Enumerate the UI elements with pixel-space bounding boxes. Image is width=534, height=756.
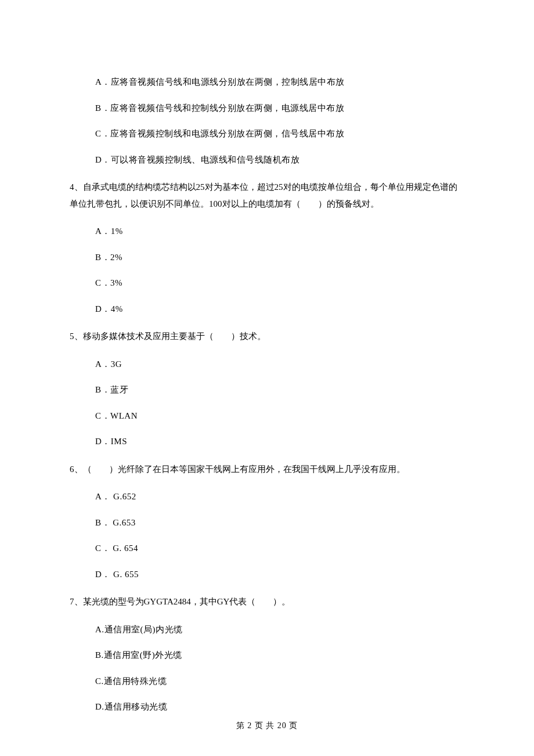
q7-option-b: B.通信用室(野)外光缆 bbox=[95, 649, 464, 662]
page-footer: 第 2 页 共 20 页 bbox=[0, 719, 534, 732]
q6-option-b: B． G.653 bbox=[95, 516, 464, 530]
q7-option-c: C.通信用特殊光缆 bbox=[95, 675, 464, 688]
question-4: 4、自承式电缆的结构缆芯结构以25对为基本位，超过25对的电缆按单位组合，每个单… bbox=[70, 179, 464, 212]
q5-option-a: A．3G bbox=[95, 358, 464, 371]
q5-option-d: D．IMS bbox=[95, 435, 464, 448]
q6-option-a: A． G.652 bbox=[95, 490, 464, 503]
q7-option-a: A.通信用室(局)内光缆 bbox=[95, 623, 464, 636]
document-page: A．应将音视频信号线和电源线分别放在两侧，控制线居中布放 B．应将音视频信号线和… bbox=[0, 0, 534, 756]
q6-option-d: D． G. 655 bbox=[95, 568, 464, 581]
q5-option-b: B．蓝牙 bbox=[95, 383, 464, 397]
q6-option-c: C． G. 654 bbox=[95, 542, 464, 555]
question-6: 6、（ ）光纤除了在日本等国家干线网上有应用外，在我国干线网上几乎没有应用。 bbox=[70, 461, 464, 478]
question-5: 5、移动多媒体技术及应用主要基于（ ）技术。 bbox=[70, 328, 464, 345]
q4-option-b: B．2% bbox=[95, 251, 464, 264]
q7-option-d: D.通信用移动光缆 bbox=[95, 700, 464, 714]
question-7: 7、某光缆的型号为GYGTA2484，其中GY代表（ ）。 bbox=[70, 593, 464, 610]
q5-option-c: C．WLAN bbox=[95, 409, 464, 423]
option-a-prev: A．应将音视频信号线和电源线分别放在两侧，控制线居中布放 bbox=[95, 75, 464, 89]
option-b-prev: B．应将音视频信号线和控制线分别放在两侧，电源线居中布放 bbox=[95, 102, 464, 115]
option-d-prev: D．可以将音视频控制线、电源线和信号线随机布放 bbox=[95, 153, 464, 167]
option-c-prev: C．应将音视频控制线和电源线分别放在两侧，信号线居中布放 bbox=[95, 127, 464, 141]
q4-option-c: C．3% bbox=[95, 276, 464, 290]
q4-option-d: D．4% bbox=[95, 303, 464, 316]
q4-option-a: A．1% bbox=[95, 225, 464, 238]
